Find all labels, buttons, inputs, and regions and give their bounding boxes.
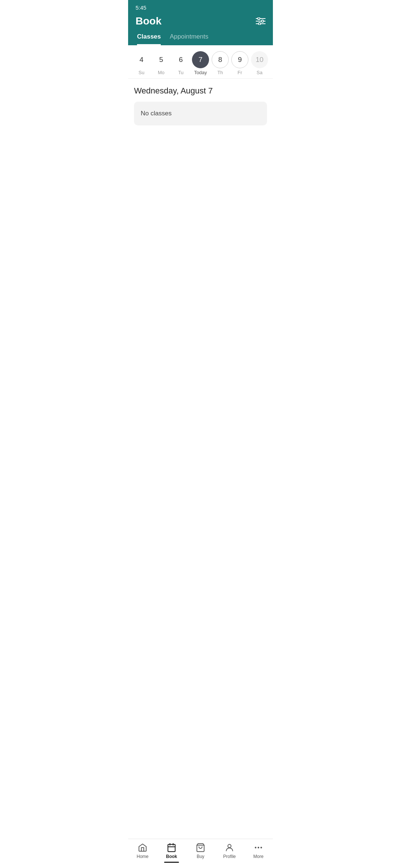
svg-point-5 [258, 23, 261, 25]
filter-icon[interactable] [256, 17, 265, 25]
no-classes-box: No classes [134, 102, 267, 125]
days-row: 4 Su 5 Mo 6 Tu 7 Today 8 Th 9 Fr [133, 51, 268, 75]
tabs-row: Classes Appointments [136, 33, 265, 45]
day-number-5: 5 [153, 51, 170, 68]
calendar-section: 4 Su 5 Mo 6 Tu 7 Today 8 Th 9 Fr [128, 45, 273, 79]
status-time: 5:45 [136, 4, 146, 11]
day-item-9[interactable]: 9 Fr [231, 51, 249, 75]
day-label-10: Sa [257, 70, 263, 75]
day-number-4: 4 [133, 51, 150, 68]
day-item-10[interactable]: 10 Sa [251, 51, 268, 75]
header: 5:45 Book Classes Appointments [128, 0, 273, 45]
day-number-6: 6 [172, 51, 189, 68]
day-number-8: 8 [212, 51, 229, 68]
day-label-5: Mo [158, 70, 164, 75]
day-item-8[interactable]: 8 Th [211, 51, 229, 75]
day-item-4[interactable]: 4 Su [133, 51, 150, 75]
day-label-8: Th [217, 70, 223, 75]
no-classes-text: No classes [141, 110, 172, 117]
day-number-10: 10 [251, 51, 268, 68]
day-item-7-today[interactable]: 7 Today [192, 51, 209, 75]
day-number-9: 9 [231, 51, 248, 68]
main-content: Wednesday, August 7 No classes [128, 79, 273, 133]
header-row: Book [136, 12, 265, 33]
date-heading: Wednesday, August 7 [134, 86, 267, 96]
tab-appointments[interactable]: Appointments [170, 33, 208, 45]
svg-point-3 [258, 17, 260, 20]
day-label-today: Today [194, 70, 207, 75]
day-item-6[interactable]: 6 Tu [172, 51, 190, 75]
day-item-5[interactable]: 5 Mo [152, 51, 170, 75]
day-label-9: Fr [238, 70, 242, 75]
svg-point-4 [261, 20, 264, 22]
tab-classes[interactable]: Classes [137, 33, 161, 45]
day-label-4: Su [138, 70, 144, 75]
day-label-6: Tu [178, 70, 184, 75]
status-bar: 5:45 [136, 0, 265, 12]
day-number-7: 7 [192, 51, 209, 68]
page-title: Book [136, 15, 162, 27]
